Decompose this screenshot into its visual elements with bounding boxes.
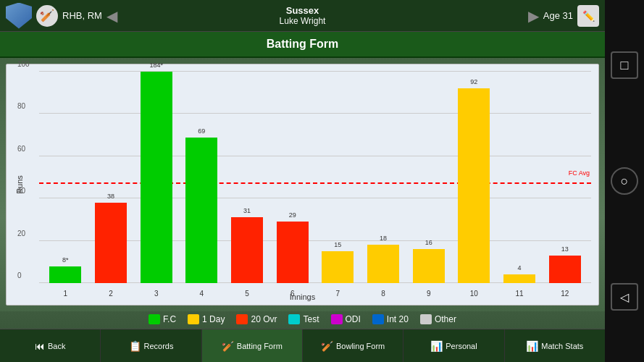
nav-label: Batting Form — [237, 342, 283, 350]
bar: 184*3 — [141, 72, 172, 283]
bar: 296 — [277, 222, 309, 283]
bar: 382 — [95, 203, 127, 283]
nav-icon: 🏏 — [222, 340, 234, 352]
nav-icon: 🏏 — [321, 340, 333, 352]
legend-label: F.C — [163, 314, 176, 324]
nav-label: Back — [48, 342, 65, 350]
legend-label: Test — [303, 314, 319, 324]
bar-value-label: 8* — [62, 256, 69, 264]
legend-item: Test — [288, 314, 319, 324]
legend-item: 1 Day — [188, 314, 225, 324]
circle-button[interactable]: ○ — [611, 167, 638, 195]
bar-value-label: 92 — [470, 78, 477, 85]
legend-item: Other — [420, 314, 456, 324]
legend-color-swatch — [420, 314, 432, 324]
bar: 157 — [322, 251, 354, 283]
chart-area: Runs 020406080100FC Avg8*1382184*3694315… — [0, 58, 605, 311]
legend-label: Other — [435, 314, 456, 324]
x-axis-label: Innings — [7, 292, 598, 301]
legend-label: 20 Ovr — [251, 314, 277, 324]
team-name: Sussex — [286, 5, 319, 16]
bar-group: 296 — [269, 72, 315, 283]
y-tick-label: 0 — [17, 272, 22, 279]
bar-group: 382 — [88, 72, 134, 283]
nav-label: Match Stats — [541, 342, 583, 350]
bar: 8*1 — [49, 266, 81, 283]
nav-label: Personal — [446, 342, 477, 350]
legend: F.C1 Day20 OvrTestODIInt 20Other — [0, 311, 605, 329]
bar: 315 — [231, 217, 263, 283]
bar-value-label: 69 — [198, 127, 205, 135]
bottom-nav-item-back[interactable]: ⏮Back — [0, 329, 101, 362]
y-tick-label: 60 — [17, 144, 25, 152]
age-label: Age 31 — [543, 10, 573, 21]
bar-group: 694 — [179, 72, 225, 283]
bar: 1312 — [549, 256, 581, 283]
bar-value-label: 38 — [107, 193, 114, 200]
legend-item: ODI — [331, 314, 361, 324]
bottom-nav-item-match-stats[interactable]: 📊Match Stats — [505, 329, 605, 362]
bottom-nav-item-batting-form[interactable]: 🏏Batting Form — [202, 329, 303, 362]
player-name: Luke Wright — [280, 16, 326, 26]
y-tick-label: 40 — [17, 187, 25, 195]
legend-color-swatch — [188, 314, 199, 324]
section-title: Batting Form — [0, 32, 605, 58]
legend-color-swatch — [288, 314, 300, 324]
square-button[interactable]: □ — [611, 51, 638, 79]
nav-icon: 📊 — [526, 340, 538, 352]
legend-label: Int 20 — [387, 314, 409, 324]
legend-item: Int 20 — [372, 314, 409, 324]
bar-group: 8*1 — [43, 72, 88, 283]
legend-label: ODI — [346, 314, 361, 324]
edit-icon[interactable]: ✏️ — [577, 5, 599, 27]
bar-group: 9210 — [451, 72, 497, 283]
legend-color-swatch — [149, 314, 160, 324]
bar: 411 — [503, 274, 535, 283]
bar-value-label: 16 — [425, 239, 432, 246]
bottom-nav-item-bowling-form[interactable]: 🏏Bowling Form — [303, 329, 403, 362]
bar-group: 315 — [225, 72, 270, 283]
bar-group: 411 — [497, 72, 543, 283]
y-tick-label: 80 — [17, 102, 25, 110]
legend-item: 20 Ovr — [236, 314, 277, 324]
nav-label: Bowling Form — [336, 342, 385, 350]
bar-value-label: 29 — [289, 211, 296, 219]
bar: 169 — [413, 249, 445, 283]
bat-icon: 🏏 — [36, 5, 58, 27]
bar-group: 188 — [361, 72, 406, 283]
bar-value-label: 15 — [334, 241, 341, 248]
bar-value-label: 4 — [518, 264, 522, 272]
bar-group: 184*3 — [133, 72, 179, 283]
bar-group: 169 — [406, 72, 451, 283]
prev-arrow[interactable]: ◀ — [106, 7, 117, 25]
bars-container: 8*1382184*369431529615718816992104111312 — [39, 72, 591, 283]
bar: 694 — [185, 138, 217, 283]
bottom-nav: ⏮Back📋Records🏏Batting Form🏏Bowling Form📊… — [0, 329, 605, 362]
nav-label: Records — [144, 342, 174, 350]
bar: 188 — [367, 245, 399, 283]
bottom-nav-item-personal[interactable]: 📊Personal — [403, 329, 504, 362]
bar-group: 1312 — [542, 72, 587, 283]
legend-label: 1 Day — [202, 314, 225, 324]
bar-value-label: 31 — [243, 207, 251, 214]
nav-icon: 📋 — [129, 340, 141, 352]
triangle-button[interactable]: ◁ — [611, 283, 638, 311]
right-panel: □ ○ ◁ — [605, 0, 644, 362]
chart-grid: 020406080100FC Avg8*1382184*369431529615… — [39, 72, 591, 283]
nav-icon: 📊 — [430, 340, 443, 352]
y-tick-label: 20 — [17, 229, 25, 237]
next-arrow[interactable]: ▶ — [528, 7, 539, 25]
top-nav: 🏏 RHB, RM ◀ Sussex Luke Wright ▶ Age 31 … — [0, 0, 605, 32]
bar-group: 157 — [315, 72, 361, 283]
legend-color-swatch — [372, 314, 384, 324]
nav-icon: ⏮ — [35, 340, 45, 352]
legend-item: F.C — [149, 314, 176, 324]
bottom-nav-item-records[interactable]: 📋Records — [101, 329, 201, 362]
bar-value-label: 184* — [149, 62, 163, 69]
handedness-label: RHB, RM — [62, 10, 102, 21]
y-tick-label: 100 — [17, 60, 30, 68]
bar-value-label: 13 — [561, 245, 569, 253]
legend-color-swatch — [236, 314, 248, 324]
legend-color-swatch — [331, 314, 343, 324]
bar: 9210 — [458, 88, 490, 283]
